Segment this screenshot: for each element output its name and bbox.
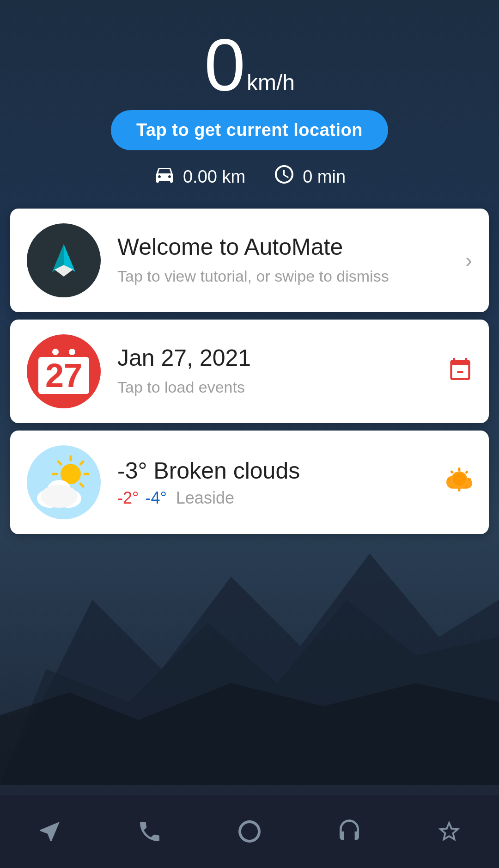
bottom-navigation [0, 794, 499, 868]
calendar-card-content: Jan 27, 2021 Tap to load events [117, 344, 432, 399]
weather-temps: -2° -4° Leaside [117, 488, 430, 508]
nav-home[interactable] [226, 808, 273, 855]
svg-line-14 [80, 484, 83, 486]
clock-icon [273, 163, 295, 190]
svg-point-21 [41, 485, 78, 508]
mountain-background [0, 507, 499, 785]
svg-marker-2 [0, 683, 499, 785]
svg-line-15 [80, 462, 83, 464]
calendar-icon-circle: 27 [27, 334, 101, 408]
welcome-card-title: Welcome to AutoMate [117, 233, 449, 261]
speed-section: 0 km/h Tap to get current location 0.00 … [0, 0, 499, 190]
svg-rect-7 [457, 371, 463, 373]
welcome-card-content: Welcome to AutoMate Tap to view tutorial… [117, 233, 449, 288]
welcome-card-arrow: › [465, 249, 472, 272]
weather-icon-circle [27, 445, 101, 519]
weather-temp-low: -4° [145, 488, 166, 508]
calendar-top-bar [52, 349, 75, 355]
welcome-card-subtitle: Tap to view tutorial, or swipe to dismis… [117, 265, 449, 288]
speed-display: 0 km/h [204, 28, 295, 102]
cal-dot-left [52, 349, 59, 355]
speed-value: 0 [204, 28, 243, 102]
svg-point-22 [240, 822, 259, 841]
cal-dot-right [69, 349, 75, 355]
calendar-card-title: Jan 27, 2021 [117, 344, 432, 372]
calendar-date-number: 27 [45, 357, 82, 394]
trip-time: 0 min [273, 163, 346, 190]
cards-section: Welcome to AutoMate Tap to view tutorial… [0, 209, 499, 534]
trip-info: 0.00 km 0 min [153, 163, 346, 190]
trip-distance: 0.00 km [153, 163, 245, 190]
weather-location: Leaside [176, 488, 234, 508]
calendar-card[interactable]: 27 Jan 27, 2021 Tap to load events [10, 320, 489, 423]
weather-card-title: -3° Broken clouds [117, 457, 430, 485]
automate-logo-circle [27, 223, 101, 297]
weather-action-icon [446, 467, 472, 498]
location-button[interactable]: Tap to get current location [111, 110, 388, 150]
svg-line-13 [58, 462, 61, 464]
calendar-card-subtitle: Tap to load events [117, 376, 432, 399]
nav-audio[interactable] [326, 808, 372, 855]
calendar-action-icon [448, 357, 472, 386]
car-icon [153, 163, 176, 190]
speed-unit: km/h [247, 70, 295, 95]
nav-favorites[interactable] [426, 808, 472, 855]
calendar-icon: 27 [38, 349, 89, 394]
weather-temp-high: -2° [117, 488, 139, 508]
trip-distance-value: 0.00 km [183, 167, 245, 187]
welcome-card[interactable]: Welcome to AutoMate Tap to view tutorial… [10, 209, 489, 312]
location-button-label: Tap to get current location [136, 120, 363, 140]
weather-card[interactable]: -3° Broken clouds -2° -4° Leaside [10, 431, 489, 534]
trip-time-value: 0 min [303, 167, 346, 187]
nav-navigate[interactable] [27, 808, 73, 855]
calendar-body: 27 [38, 357, 89, 394]
nav-phone[interactable] [127, 808, 173, 855]
weather-card-content: -3° Broken clouds -2° -4° Leaside [117, 457, 430, 508]
